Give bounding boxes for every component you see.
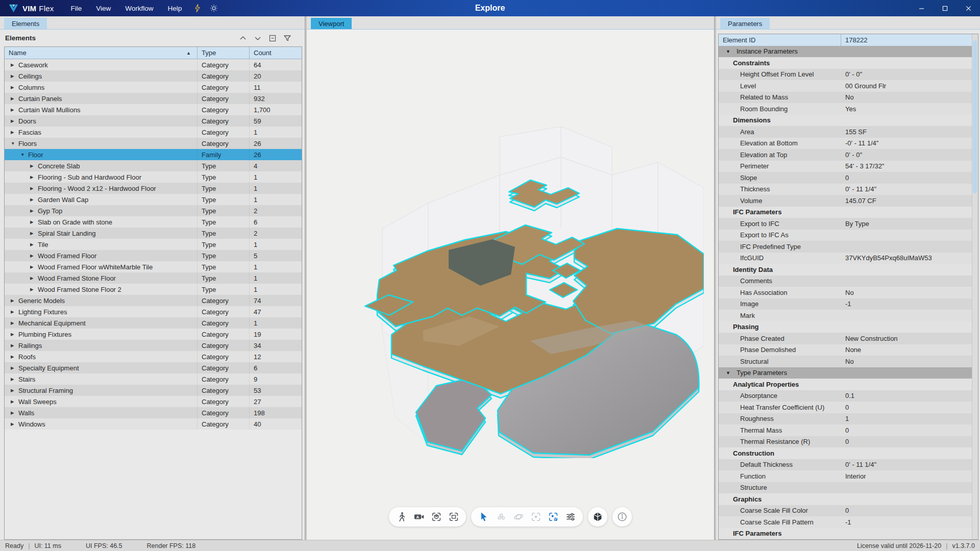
orbit-select-icon[interactable]: [510, 509, 526, 525]
tree-row-wood-framed-floor[interactable]: ▶Wood Framed FloorType5: [5, 250, 302, 261]
expand-arrow-icon[interactable]: ▶: [11, 298, 18, 303]
tree-row-roofs[interactable]: ▶RoofsCategory12: [5, 351, 302, 362]
tree-row-structural-framing[interactable]: ▶Structural FramingCategory53: [5, 385, 302, 396]
expand-arrow-icon[interactable]: ▶: [11, 399, 18, 404]
walk-person-icon[interactable]: [394, 509, 409, 525]
expand-arrow-icon[interactable]: ▶: [30, 242, 38, 247]
tree-row-floors[interactable]: ▼FloorsCategory26: [5, 138, 302, 149]
filter-icon[interactable]: [283, 34, 291, 42]
tree-row-railings[interactable]: ▶RailingsCategory34: [5, 340, 302, 351]
tree-row-flooring-wood-2-x12-hardwood-floor[interactable]: ▶Flooring - Wood 2 x12 - Hardwood FloorT…: [5, 183, 302, 194]
tree-row-columns[interactable]: ▶ColumnsCategory11: [5, 82, 302, 93]
expand-arrow-icon[interactable]: ▶: [30, 186, 38, 191]
menu-file[interactable]: File: [64, 3, 88, 14]
settings-sliders-icon[interactable]: [562, 509, 578, 525]
expand-arrow-icon[interactable]: ▶: [11, 85, 18, 90]
expand-arrow-icon[interactable]: ▶: [11, 73, 18, 79]
tree-row-wood-framed-floor-wwhitemarble-tile[interactable]: ▶Wood Framed Floor wWhiteMarble TileType…: [5, 261, 302, 272]
expand-arrow-icon[interactable]: ▶: [11, 96, 18, 101]
scrollbar-thumb[interactable]: [973, 40, 977, 193]
expand-arrow-icon[interactable]: ▶: [30, 174, 38, 180]
tree-row-specialty-equipment[interactable]: ▶Specialty EquipmentCategory6: [5, 362, 302, 373]
tree-row-wall-sweeps[interactable]: ▶Wall SweepsCategory27: [5, 396, 302, 407]
minimize-button[interactable]: [910, 0, 933, 16]
tree-row-walls[interactable]: ▶WallsCategory198: [5, 407, 302, 418]
tree-row-spiral-stair-landing[interactable]: ▶Spiral Stair LandingType2: [5, 228, 302, 239]
tree-row-lighting-fixtures[interactable]: ▶Lighting FixturesCategory47: [5, 306, 302, 317]
tab-elements[interactable]: Elements: [4, 18, 47, 29]
tree-row-slab-on-grade-with-stone[interactable]: ▶Slab on Grade with stoneType6: [5, 216, 302, 228]
expand-arrow-icon[interactable]: ▶: [11, 388, 18, 393]
viewport-3d-model[interactable]: [347, 127, 704, 458]
section-instance-parameters[interactable]: ▼Instance Parameters: [719, 46, 972, 58]
tree-row-plumbing-fixtures[interactable]: ▶Plumbing FixturesCategory19: [5, 329, 302, 340]
tree-row-tile[interactable]: ▶TileType1: [5, 239, 302, 250]
tree-row-garden-wall-cap[interactable]: ▶Garden Wall CapType1: [5, 194, 302, 205]
multi-select-icon[interactable]: [493, 509, 509, 525]
tree-row-concrete-slab[interactable]: ▶Concrete SlabType4: [5, 160, 302, 171]
expand-arrow-icon[interactable]: ▶: [30, 197, 38, 202]
expand-arrow-icon[interactable]: ▶: [11, 309, 18, 314]
maximize-button[interactable]: [933, 0, 957, 16]
expand-arrow-icon[interactable]: ▶: [30, 264, 38, 269]
cube-icon[interactable]: [590, 509, 606, 525]
expand-arrow-icon[interactable]: ▶: [11, 343, 18, 348]
collapse-all-icon[interactable]: [268, 34, 277, 42]
expand-arrow-icon[interactable]: ▶: [30, 276, 38, 281]
tree-row-curtain-wall-mullions[interactable]: ▶Curtain Wall MullionsCategory1,700: [5, 104, 302, 115]
tree-row-wood-framed-stone-floor[interactable]: ▶Wood Framed Stone FloorType1: [5, 272, 302, 284]
collapse-arrow-icon[interactable]: ▼: [11, 141, 18, 146]
tree-row-gyp-top[interactable]: ▶Gyp TopType2: [5, 205, 302, 216]
expand-arrow-icon[interactable]: ▶: [11, 62, 18, 67]
chevron-up-icon[interactable]: [238, 34, 247, 42]
expand-arrow-icon[interactable]: ▶: [11, 365, 18, 370]
expand-arrow-icon[interactable]: ▶: [30, 253, 38, 258]
tree-row-floor[interactable]: ▼FloorFamily26: [5, 149, 302, 160]
tree-row-casework[interactable]: ▶CaseworkCategory64: [5, 59, 302, 70]
lightning-icon[interactable]: [190, 2, 205, 15]
tree-row-wood-framed-stone-floor-2[interactable]: ▶Wood Framed Stone Floor 2Type1: [5, 284, 302, 295]
focus-point-icon[interactable]: [528, 509, 544, 525]
expand-arrow-icon[interactable]: ▶: [30, 287, 38, 292]
frame-cube-icon[interactable]: [428, 509, 444, 525]
close-button[interactable]: [957, 0, 980, 16]
expand-arrow-icon[interactable]: ▶: [30, 163, 38, 168]
section-type-parameters[interactable]: ▼Type Parameters: [719, 367, 972, 379]
tree-row-curtain-panels[interactable]: ▶Curtain PanelsCategory932: [5, 93, 302, 104]
parameters-scrollbar[interactable]: [972, 34, 978, 539]
expand-arrow-icon[interactable]: ▶: [11, 320, 18, 325]
expand-arrow-icon[interactable]: ▶: [30, 208, 38, 213]
expand-arrow-icon[interactable]: ▶: [11, 421, 18, 427]
tree-row-windows[interactable]: ▶WindowsCategory40: [5, 418, 302, 430]
auto-focus-icon[interactable]: A: [545, 509, 561, 525]
menu-help[interactable]: Help: [161, 3, 188, 14]
menu-workflow[interactable]: Workflow: [118, 3, 160, 14]
expand-arrow-icon[interactable]: ▶: [30, 231, 38, 236]
expand-arrow-icon[interactable]: ▶: [11, 410, 18, 415]
info-icon[interactable]: [615, 509, 630, 525]
tree-row-fascias[interactable]: ▶FasciasCategory1: [5, 127, 302, 138]
expand-arrow-icon[interactable]: ▶: [11, 118, 18, 123]
expand-arrow-icon[interactable]: ▶: [30, 219, 38, 224]
frame-expand-icon[interactable]: [446, 509, 461, 525]
tree-row-stairs[interactable]: ▶StairsCategory9: [5, 373, 302, 385]
tree-row-ceilings[interactable]: ▶CeilingsCategory20: [5, 70, 302, 82]
tab-parameters[interactable]: Parameters: [720, 18, 770, 29]
expand-arrow-icon[interactable]: ▶: [11, 354, 18, 359]
select-cursor-icon[interactable]: [476, 509, 492, 525]
column-header-name[interactable]: Name▲: [5, 47, 198, 59]
brightness-icon[interactable]: [207, 2, 221, 15]
expand-arrow-icon[interactable]: ▶: [11, 377, 18, 382]
camera-auto-icon[interactable]: A: [411, 509, 427, 525]
chevron-down-icon[interactable]: [253, 34, 262, 42]
expand-arrow-icon[interactable]: ▶: [11, 130, 18, 135]
column-header-count[interactable]: Count: [250, 47, 302, 59]
tree-row-doors[interactable]: ▶DoorsCategory59: [5, 115, 302, 127]
expand-arrow-icon[interactable]: ▶: [11, 332, 18, 337]
collapse-arrow-icon[interactable]: ▼: [20, 152, 28, 157]
menu-view[interactable]: View: [89, 3, 117, 14]
tab-viewport[interactable]: Viewport: [311, 18, 352, 29]
viewport-3d[interactable]: AA: [307, 30, 714, 540]
tree-row-flooring-sub-and-hardwood-floor[interactable]: ▶Flooring - Sub and Hardwood FloorType1: [5, 171, 302, 183]
tree-row-mechanical-equipment[interactable]: ▶Mechanical EquipmentCategory1: [5, 317, 302, 329]
